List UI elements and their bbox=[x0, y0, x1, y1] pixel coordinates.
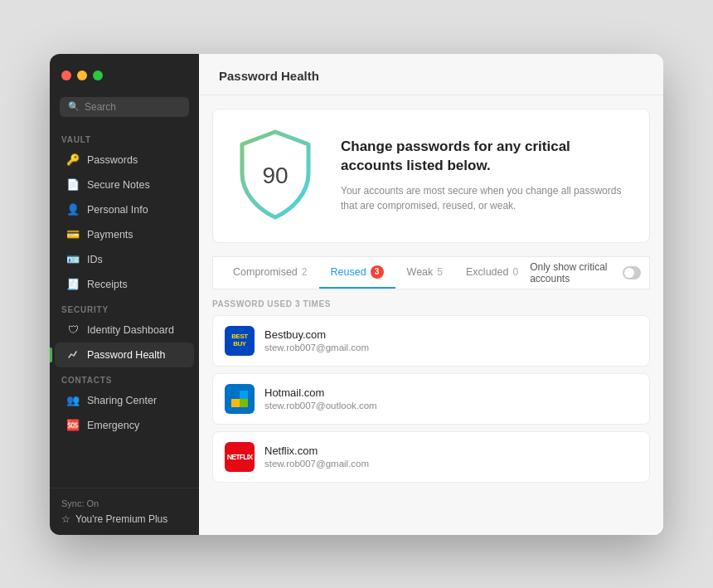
tabs-list: Compromised 2 Reused 3 Weak 5 Excluded 0 bbox=[221, 257, 530, 289]
id-icon: 🪪 bbox=[66, 253, 80, 266]
sidebar-item-password-health[interactable]: Password Health bbox=[55, 343, 194, 367]
sidebar-item-emergency[interactable]: 🆘 Emergency bbox=[55, 413, 194, 438]
sidebar-item-label: IDs bbox=[87, 254, 103, 265]
sidebar-item-label: Passwords bbox=[87, 154, 138, 166]
sidebar-item-label: Identity Dashboard bbox=[87, 324, 174, 336]
sidebar-item-label: Password Health bbox=[87, 349, 166, 361]
vault-section-label: VAULT bbox=[50, 127, 199, 148]
netflix-email: stew.rob007@gmail.com bbox=[264, 459, 638, 469]
netflix-logo: NETFLIX bbox=[225, 442, 255, 472]
sidebar-item-sharing-center[interactable]: 👥 Sharing Center bbox=[55, 388, 194, 413]
svg-rect-2 bbox=[231, 399, 240, 407]
main-content: Password Health 90 Change passwords for … bbox=[199, 54, 663, 535]
titlebar bbox=[50, 54, 199, 97]
netflix-name: Netflix.com bbox=[264, 445, 638, 457]
password-item-netflix[interactable]: NETFLIX Netflix.com stew.rob007@gmail.co… bbox=[212, 431, 650, 483]
sidebar-item-label: Payments bbox=[87, 229, 133, 241]
emergency-icon: 🆘 bbox=[66, 419, 80, 432]
sidebar-item-receipts[interactable]: 🧾 Receipts bbox=[55, 272, 194, 297]
person-icon: 👤 bbox=[66, 203, 80, 216]
premium-label: You're Premium Plus bbox=[75, 513, 167, 525]
tab-excluded-label: Excluded bbox=[466, 266, 508, 278]
search-bar[interactable]: 🔍 bbox=[60, 97, 189, 117]
page-title: Password Health bbox=[219, 69, 643, 83]
critical-toggle[interactable]: Only show critical accounts bbox=[530, 261, 641, 284]
tab-compromised-count: 2 bbox=[302, 266, 308, 278]
hotmail-info: Hotmail.com stew.rob007@outlook.com bbox=[264, 386, 638, 411]
password-item-hotmail[interactable]: Hotmail.com stew.rob007@outlook.com bbox=[212, 373, 650, 425]
hotmail-email: stew.rob007@outlook.com bbox=[264, 401, 638, 411]
security-section-label: SECURITY bbox=[50, 297, 199, 318]
tab-weak[interactable]: Weak 5 bbox=[395, 257, 454, 289]
netflix-info: Netflix.com stew.rob007@gmail.com bbox=[264, 445, 638, 469]
tab-excluded-count: 0 bbox=[512, 266, 518, 278]
tab-reused-badge: 3 bbox=[371, 265, 384, 279]
sidebar-item-personal-info[interactable]: 👤 Personal Info bbox=[55, 197, 194, 222]
minimize-button[interactable] bbox=[77, 70, 87, 80]
tab-compromised-label: Compromised bbox=[233, 266, 298, 278]
card-icon: 💳 bbox=[66, 228, 80, 241]
tab-reused-label: Reused bbox=[331, 266, 366, 278]
hero-description: Your accounts are most secure when you c… bbox=[341, 183, 633, 213]
tab-compromised[interactable]: Compromised 2 bbox=[221, 257, 319, 289]
premium-row: ☆ You're Premium Plus bbox=[61, 513, 187, 525]
chart-icon bbox=[66, 348, 80, 362]
tab-weak-label: Weak bbox=[407, 266, 434, 278]
hero-heading: Change passwords for any critical accoun… bbox=[341, 138, 633, 174]
note-icon: 📄 bbox=[66, 178, 80, 192]
bestbuy-info: Bestbuy.com stew.rob007@gmail.com bbox=[264, 328, 638, 352]
main-header: Password Health bbox=[199, 54, 663, 95]
sidebar-item-label: Sharing Center bbox=[87, 395, 157, 406]
contacts-section-label: CONTACTS bbox=[50, 367, 199, 388]
list-section-label: PASSWORD USED 3 TIMES bbox=[212, 289, 650, 315]
sidebar-item-label: Personal Info bbox=[87, 204, 148, 216]
password-list: PASSWORD USED 3 TIMES BESTBUY Bestbuy.co… bbox=[199, 289, 663, 535]
app-window: 🔍 VAULT 🔑 Passwords 📄 Secure Notes 👤 Per… bbox=[50, 54, 663, 535]
sidebar-item-payments[interactable]: 💳 Payments bbox=[55, 222, 194, 247]
bestbuy-email: stew.rob007@gmail.com bbox=[264, 343, 638, 352]
hotmail-logo bbox=[225, 384, 255, 414]
hero-section: 90 Change passwords for any critical acc… bbox=[212, 109, 650, 243]
close-button[interactable] bbox=[61, 70, 71, 80]
search-input[interactable] bbox=[85, 101, 181, 113]
shield-icon: 🛡 bbox=[66, 323, 80, 337]
svg-rect-0 bbox=[231, 391, 240, 399]
sidebar-item-label: Secure Notes bbox=[87, 179, 150, 191]
toggle-switch[interactable] bbox=[623, 266, 641, 279]
share-icon: 👥 bbox=[66, 394, 80, 407]
tab-excluded[interactable]: Excluded 0 bbox=[454, 257, 530, 289]
svg-rect-1 bbox=[240, 391, 248, 399]
tab-reused[interactable]: Reused 3 bbox=[319, 257, 395, 289]
tabs-container: Compromised 2 Reused 3 Weak 5 Excluded 0 bbox=[212, 256, 650, 289]
hero-text: Change passwords for any critical accoun… bbox=[341, 138, 633, 212]
key-icon: 🔑 bbox=[66, 153, 80, 167]
receipt-icon: 🧾 bbox=[66, 278, 80, 291]
hotmail-name: Hotmail.com bbox=[264, 386, 638, 399]
health-score: 90 bbox=[262, 163, 288, 189]
shield-container: 90 bbox=[230, 126, 321, 226]
svg-rect-3 bbox=[240, 399, 248, 407]
search-icon: 🔍 bbox=[68, 101, 80, 112]
password-item-bestbuy[interactable]: BESTBUY Bestbuy.com stew.rob007@gmail.co… bbox=[212, 315, 650, 367]
critical-toggle-label: Only show critical accounts bbox=[530, 261, 616, 284]
star-icon: ☆ bbox=[61, 513, 70, 525]
sidebar-bottom: Sync: On ☆ You're Premium Plus bbox=[50, 488, 199, 535]
sidebar-item-passwords[interactable]: 🔑 Passwords bbox=[55, 148, 194, 173]
bestbuy-name: Bestbuy.com bbox=[264, 328, 638, 341]
sync-status: Sync: On bbox=[61, 498, 187, 508]
maximize-button[interactable] bbox=[93, 70, 103, 80]
sidebar-item-secure-notes[interactable]: 📄 Secure Notes bbox=[55, 173, 194, 197]
bestbuy-logo: BESTBUY bbox=[225, 326, 255, 356]
sidebar-item-ids[interactable]: 🪪 IDs bbox=[55, 247, 194, 272]
sidebar: 🔍 VAULT 🔑 Passwords 📄 Secure Notes 👤 Per… bbox=[50, 54, 199, 535]
tab-weak-count: 5 bbox=[437, 266, 443, 278]
tabs-bar: Compromised 2 Reused 3 Weak 5 Excluded 0 bbox=[213, 257, 649, 289]
sidebar-item-label: Emergency bbox=[87, 420, 139, 431]
sidebar-item-label: Receipts bbox=[87, 279, 128, 290]
sidebar-item-identity-dashboard[interactable]: 🛡 Identity Dashboard bbox=[55, 318, 194, 343]
